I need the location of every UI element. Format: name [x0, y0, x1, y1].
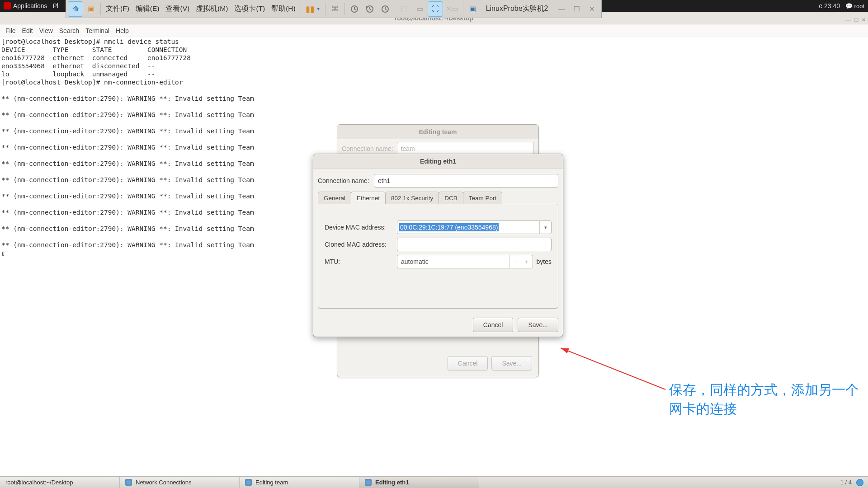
- activities-icon[interactable]: [4, 2, 11, 9]
- dialog-editing-eth1: Editing eth1 Connection name: General Et…: [313, 154, 563, 337]
- vmware-toolbar: ⟰ ▣ 文件(F) 编辑(E) 查看(V) 虚拟机(M) 选项卡(T) 帮助(H…: [66, 0, 602, 18]
- close-icon[interactable]: ✕: [584, 1, 599, 17]
- menu-help[interactable]: 帮助(H): [268, 4, 299, 14]
- task-network-connections[interactable]: Network Connections: [120, 477, 240, 488]
- term-menu-search[interactable]: Search: [57, 27, 82, 34]
- menu-vm[interactable]: 虚拟机(M): [193, 4, 231, 14]
- applications-menu[interactable]: Applications: [13, 2, 47, 9]
- mtu-value: automatic: [397, 258, 509, 265]
- task-editing-team[interactable]: Editing team: [240, 477, 359, 488]
- restore-icon[interactable]: ❐: [569, 1, 584, 17]
- view-console-icon[interactable]: ▭: [412, 1, 428, 17]
- menu-file[interactable]: 文件(F): [103, 4, 132, 14]
- term-menu-view[interactable]: View: [37, 27, 56, 34]
- menu-view[interactable]: 查看(V): [162, 4, 193, 14]
- eth1-conn-name-input[interactable]: [374, 174, 558, 188]
- device-mac-combo[interactable]: 00:0C:29:1C:19:77 (eno33554968) ▾: [397, 221, 552, 234]
- view-fullscreen-icon[interactable]: ⛶: [428, 1, 443, 17]
- tab-dcb[interactable]: DCB: [439, 192, 463, 204]
- term-menu-help[interactable]: Help: [113, 27, 132, 34]
- clock-label: e 23:40: [819, 2, 840, 9]
- eth1-save-button[interactable]: Save...: [518, 318, 558, 332]
- menu-tabs[interactable]: 选项卡(T): [231, 4, 268, 14]
- cloned-mac-input[interactable]: [397, 238, 552, 251]
- device-mac-value: 00:0C:29:1C:19:77 (eno33554968): [399, 223, 499, 231]
- task-editing-eth1[interactable]: Editing eth1: [359, 477, 479, 488]
- cloned-mac-label: Cloned MAC address:: [325, 241, 393, 248]
- network-icon: [365, 479, 372, 486]
- user-menu[interactable]: 💬 root: [845, 3, 864, 9]
- pause-button[interactable]: ▮▮▼: [303, 1, 323, 17]
- dialog-eth1-title: Editing eth1: [313, 154, 563, 169]
- snapshot-manager-icon[interactable]: [377, 1, 393, 17]
- view-unity-icon[interactable]: ✕▭: [443, 1, 461, 17]
- vm-title: LinuxProbe实验机2: [481, 4, 554, 14]
- team-save-button[interactable]: Save...: [491, 356, 532, 371]
- menu-edit[interactable]: 编辑(E): [132, 4, 163, 14]
- mtu-plus-icon[interactable]: +: [521, 255, 533, 268]
- tab-general[interactable]: General: [318, 192, 351, 204]
- snapshot-revert-icon[interactable]: [362, 1, 377, 17]
- chevron-down-icon[interactable]: ▾: [539, 221, 551, 234]
- mtu-spinner[interactable]: automatic − +: [397, 255, 533, 268]
- tab-8021x[interactable]: 802.1x Security: [385, 192, 439, 204]
- terminal-menubar: File Edit View Search Terminal Help: [0, 24, 868, 37]
- tray-info-icon[interactable]: [856, 479, 863, 486]
- mtu-label: MTU:: [325, 258, 393, 265]
- term-menu-terminal[interactable]: Terminal: [83, 27, 112, 34]
- mtu-unit: bytes: [537, 258, 552, 265]
- network-icon: [125, 479, 132, 486]
- pager-label: 1 / 4: [840, 479, 852, 486]
- annotation-text: 保存，同样的方式，添加另一个网卡的连接: [669, 380, 868, 418]
- places-menu[interactable]: Pl: [53, 2, 58, 9]
- library-icon[interactable]: ▣: [465, 1, 481, 17]
- vmware-tab-icon[interactable]: ▣: [83, 1, 99, 17]
- vmware-home-icon[interactable]: ⟰: [68, 1, 83, 17]
- tab-ethernet-content: Device MAC address: 00:0C:29:1C:19:77 (e…: [318, 204, 558, 309]
- dialog-team-title: Editing team: [337, 125, 538, 139]
- taskbar: root@localhost:~/Desktop Network Connect…: [0, 476, 868, 488]
- term-menu-file[interactable]: File: [3, 27, 19, 34]
- eth1-conn-name-label: Connection name:: [318, 177, 370, 184]
- tab-teamport[interactable]: Team Port: [463, 192, 503, 204]
- task-terminal[interactable]: root@localhost:~/Desktop: [0, 477, 120, 488]
- tab-ethernet[interactable]: Ethernet: [351, 192, 386, 204]
- device-mac-label: Device MAC address:: [325, 224, 393, 231]
- view-single-icon[interactable]: ⬚: [397, 1, 412, 17]
- send-cad-icon[interactable]: ⌘: [327, 1, 343, 17]
- team-cancel-button[interactable]: Cancel: [448, 356, 488, 371]
- eth1-tabs: General Ethernet 802.1x Security DCB Tea…: [318, 192, 558, 204]
- team-conn-name-label: Connection name:: [342, 145, 393, 152]
- minimize-icon[interactable]: —: [553, 1, 569, 17]
- mtu-minus-icon[interactable]: −: [509, 255, 521, 268]
- term-menu-edit[interactable]: Edit: [19, 27, 36, 34]
- eth1-cancel-button[interactable]: Cancel: [473, 318, 514, 332]
- network-icon: [245, 479, 252, 486]
- snapshot-icon[interactable]: [347, 1, 362, 17]
